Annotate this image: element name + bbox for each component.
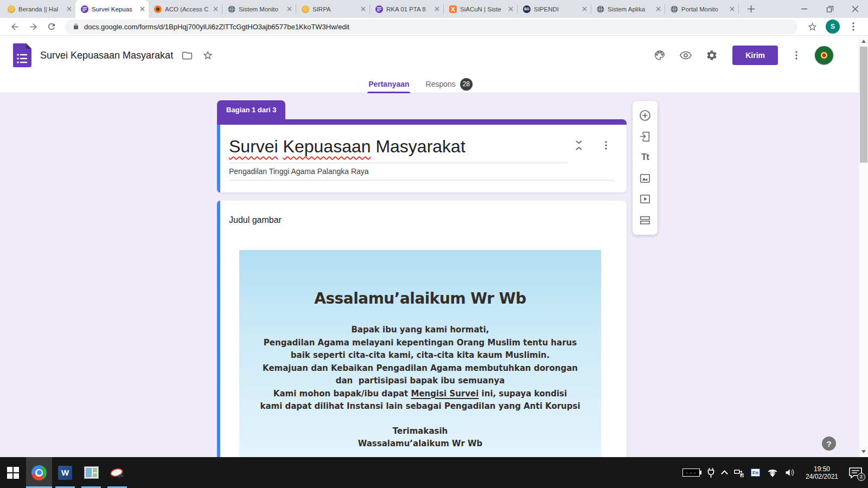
move-to-folder-icon[interactable] xyxy=(181,49,194,62)
tab-title: Sistem Aplika xyxy=(608,6,653,12)
form-title-card[interactable]: Survei Kepuasaan Masyarakat Pengadilan T… xyxy=(217,119,627,192)
scrollbar-up-arrow[interactable] xyxy=(861,40,866,43)
clock-date: 24/02/2021 xyxy=(802,473,841,480)
taskbar-photo-viewer-button[interactable] xyxy=(78,457,104,488)
google-forms-logo xyxy=(13,43,31,67)
notification-count-badge: 2 xyxy=(857,473,865,481)
tab-close-icon[interactable] xyxy=(361,7,366,11)
star-document-icon[interactable] xyxy=(201,49,214,62)
forms-more-menu-icon[interactable] xyxy=(790,49,803,62)
forms-header: Survei Kepuasaan Masyarakat Kirim xyxy=(0,36,868,75)
battery-icon[interactable]: - - - xyxy=(682,468,700,477)
forms-header-actions: Kirim xyxy=(647,46,868,65)
site-favicon xyxy=(8,5,15,13)
tab-sistem-monitoring[interactable]: Sistem Monito xyxy=(222,0,296,18)
tab-pertanyaan[interactable]: Pertanyaan xyxy=(368,75,409,93)
tab-close-icon[interactable] xyxy=(730,7,735,11)
image-text-line: kami dapat dilihat Instansi lain sebagai… xyxy=(239,400,601,413)
volume-icon[interactable] xyxy=(785,468,795,477)
tab-close-icon[interactable] xyxy=(140,7,145,11)
import-questions-icon[interactable] xyxy=(639,130,652,143)
tab-title: Portal Monito xyxy=(681,6,726,12)
tab-aco[interactable]: ACO (Access C xyxy=(149,0,222,18)
image-closing-line: Wassalamu’alaikum Wr Wb xyxy=(239,438,601,451)
form-title-word: Masyarakat xyxy=(375,137,465,156)
new-tab-button[interactable] xyxy=(743,2,758,17)
tab-close-icon[interactable] xyxy=(656,7,661,11)
taskbar-word-button[interactable]: W xyxy=(52,457,78,488)
tab-close-icon[interactable] xyxy=(435,7,439,11)
settings-gear-icon[interactable] xyxy=(705,49,718,62)
tab-sistem-aplikasi[interactable]: Sistem Aplika xyxy=(591,0,665,18)
photo-viewer-icon xyxy=(84,466,99,479)
account-avatar[interactable] xyxy=(815,46,833,65)
tab-title: Sistem Monito xyxy=(239,6,284,12)
power-plug-icon[interactable] xyxy=(707,467,715,478)
tab-title: SIPENDI xyxy=(534,6,579,12)
collapse-section-icon[interactable] xyxy=(572,139,585,152)
scrollbar-down-arrow[interactable] xyxy=(861,450,866,453)
browser-scrollbar[interactable] xyxy=(859,36,868,457)
tray-expand-chevron-icon[interactable] xyxy=(721,470,728,477)
tab-siacun[interactable]: SiACuN | Siste xyxy=(444,0,517,18)
taskbar-clock[interactable]: 19:50 24/02/2021 xyxy=(802,465,841,480)
window-restore-button[interactable] xyxy=(817,0,843,18)
tab-respons[interactable]: Respons 28 xyxy=(426,75,473,93)
add-question-icon[interactable] xyxy=(639,109,652,122)
tab-sirpa[interactable]: SIRPA xyxy=(296,0,369,18)
window-close-button[interactable] xyxy=(843,0,868,18)
send-button[interactable]: Kirim xyxy=(732,46,778,65)
section-badge: Bagian 1 dari 3 xyxy=(217,100,285,119)
image-text-line: Bapak ibu yang kami hormati, xyxy=(239,324,601,337)
windows-logo-icon xyxy=(7,467,19,479)
add-title-description-icon[interactable]: Tt xyxy=(639,151,652,164)
add-video-icon[interactable] xyxy=(639,192,652,206)
image-closing-line: Terimakasih xyxy=(239,425,601,438)
tab-close-icon[interactable] xyxy=(67,7,72,11)
clock-time: 19:50 xyxy=(802,465,841,473)
taskbar-snipping-tool-button[interactable]: ✂ xyxy=(104,457,130,488)
forms-nav: Pertanyaan Respons 28 xyxy=(0,75,868,93)
wifi-icon[interactable] xyxy=(767,468,778,477)
bookmark-star-icon[interactable] xyxy=(805,19,820,34)
url-field[interactable]: docs.google.com/forms/d/1BpHqj700ylUi6zZ… xyxy=(65,20,797,34)
tab-sipendi[interactable]: BD SIPENDI xyxy=(518,0,591,18)
preview-eye-icon[interactable] xyxy=(679,49,692,62)
add-section-icon[interactable] xyxy=(639,214,652,227)
add-image-icon[interactable] xyxy=(639,172,652,185)
tab-close-icon[interactable] xyxy=(287,7,292,11)
windows-taskbar: W ✂ - - - Fn 19:50 24/02/2021 2 xyxy=(0,457,868,488)
tab-beranda[interactable]: Beranda || Hal xyxy=(2,0,75,18)
tab-close-icon[interactable] xyxy=(582,7,587,11)
document-title[interactable]: Survei Kepuasaan Masyarakat xyxy=(40,50,173,61)
taskbar-chrome-button[interactable] xyxy=(26,457,52,488)
help-button[interactable]: ? xyxy=(822,436,836,451)
tab-close-icon[interactable] xyxy=(508,7,513,11)
scrollbar-thumb[interactable] xyxy=(860,47,867,163)
tab-rka[interactable]: RKA 01 PTA 8 xyxy=(370,0,443,18)
forward-button[interactable] xyxy=(25,19,41,34)
start-button[interactable] xyxy=(0,457,26,488)
globe-favicon xyxy=(597,5,604,13)
tab-portal-monitoring[interactable]: Portal Monito xyxy=(665,0,738,18)
tab-close-icon[interactable] xyxy=(213,7,218,11)
desktop-screen: Beranda || Hal Survei Kepuas ACO (Access… xyxy=(0,0,868,488)
reload-button[interactable] xyxy=(44,19,59,34)
image-heading: Assalamu’alaikum Wr Wb xyxy=(239,250,601,307)
theme-palette-icon[interactable] xyxy=(653,49,666,62)
input-method-icon[interactable]: Fn xyxy=(751,468,760,477)
tab-separator xyxy=(738,4,739,14)
card-more-menu-icon[interactable] xyxy=(599,139,612,152)
browser-menu-button[interactable] xyxy=(846,19,861,34)
form-description-input[interactable]: Pengadilan Tinggi Agama Palangka Raya xyxy=(229,167,615,181)
form-title-input[interactable]: Survei Kepuasaan Masyarakat xyxy=(229,137,568,163)
window-minimize-button[interactable] xyxy=(792,0,817,18)
image-caption[interactable]: Judul gambar xyxy=(229,215,282,225)
image-item-card[interactable]: Judul gambar Assalamu’alaikum Wr Wb Bapa… xyxy=(217,201,627,457)
action-center-button[interactable]: 2 xyxy=(848,467,863,479)
remove-hardware-icon[interactable] xyxy=(734,468,744,477)
back-button[interactable] xyxy=(7,19,22,34)
tab-survei-active[interactable]: Survei Kepuas xyxy=(75,0,149,18)
form-canvas: Bagian 1 dari 3 Survei Kepuasaan Masyara… xyxy=(0,93,868,457)
browser-profile-avatar[interactable]: S xyxy=(826,20,840,34)
